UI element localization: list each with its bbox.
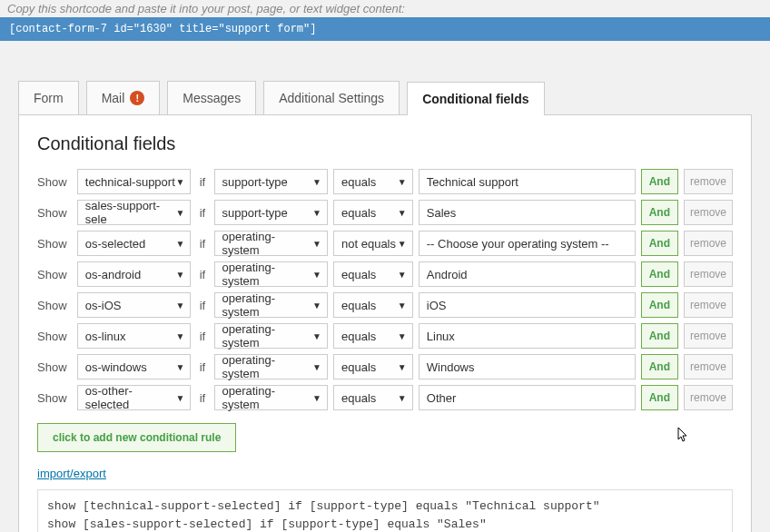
rules-code-box[interactable]: show [technical-support-selected] if [su… — [37, 489, 733, 532]
rule-row: Showtechnical-support▼ifsupport-type▼equ… — [37, 169, 733, 194]
field-select[interactable]: support-type▼ — [214, 169, 329, 194]
shortcode-bar[interactable]: [contact-form-7 id="1630" title="support… — [0, 17, 770, 41]
chevron-down-icon: ▼ — [312, 239, 321, 249]
field-select[interactable]: operating-system▼ — [214, 385, 329, 410]
remove-button[interactable]: remove — [684, 385, 733, 410]
show-label: Show — [37, 268, 72, 281]
remove-button[interactable]: remove — [684, 323, 733, 349]
import-export-link[interactable]: import/export — [37, 467, 106, 480]
tab-messages[interactable]: Messages — [167, 81, 256, 114]
operator-value: equals — [341, 175, 376, 189]
group-select[interactable]: sales-support-sele▼ — [77, 200, 192, 225]
chevron-down-icon: ▼ — [175, 393, 184, 403]
chevron-down-icon: ▼ — [175, 331, 184, 341]
rule-row: Showsales-support-sele▼ifsupport-type▼eq… — [37, 200, 733, 225]
and-button[interactable]: And — [641, 169, 678, 194]
remove-button[interactable]: remove — [684, 292, 733, 318]
chevron-down-icon: ▼ — [312, 208, 321, 218]
operator-select[interactable]: equals▼ — [333, 261, 413, 287]
and-button[interactable]: And — [641, 200, 678, 225]
tab-conditional-fields[interactable]: Conditional fields — [407, 82, 544, 115]
field-value: operating-system — [222, 230, 313, 257]
operator-value: equals — [341, 391, 376, 405]
remove-button[interactable]: remove — [684, 200, 733, 225]
and-button[interactable]: And — [641, 323, 678, 349]
show-label: Show — [37, 175, 72, 189]
field-select[interactable]: support-type▼ — [214, 200, 329, 225]
add-rule-button[interactable]: click to add new conditional rule — [37, 423, 236, 452]
chevron-down-icon: ▼ — [398, 239, 407, 249]
if-label: if — [196, 391, 208, 405]
operator-select[interactable]: equals▼ — [333, 169, 413, 194]
operator-value: equals — [341, 299, 376, 312]
field-select[interactable]: operating-system▼ — [214, 354, 329, 379]
remove-button[interactable]: remove — [684, 231, 733, 256]
operator-value: equals — [341, 360, 376, 374]
tab-mail-label: Mail — [102, 91, 125, 105]
group-select[interactable]: os-selected▼ — [77, 231, 192, 256]
group-value: os-selected — [85, 237, 145, 251]
and-button[interactable]: And — [641, 261, 678, 287]
tab-additional-settings[interactable]: Additional Settings — [263, 81, 400, 114]
and-button[interactable]: And — [641, 354, 678, 379]
show-label: Show — [37, 330, 72, 343]
value-input[interactable] — [419, 292, 636, 318]
group-value: os-android — [85, 268, 141, 281]
chevron-down-icon: ▼ — [312, 331, 321, 341]
group-value: os-other-selected — [85, 384, 176, 411]
remove-button[interactable]: remove — [684, 169, 733, 194]
show-label: Show — [37, 206, 72, 220]
value-input[interactable] — [419, 200, 636, 225]
group-value: technical-support — [85, 175, 175, 189]
operator-select[interactable]: equals▼ — [333, 354, 413, 379]
operator-select[interactable]: equals▼ — [333, 200, 413, 225]
remove-button[interactable]: remove — [684, 354, 733, 379]
group-select[interactable]: os-windows▼ — [77, 354, 192, 379]
show-label: Show — [37, 237, 72, 251]
field-value: operating-system — [222, 261, 313, 288]
group-select[interactable]: os-android▼ — [77, 261, 192, 287]
chevron-down-icon: ▼ — [175, 300, 184, 310]
value-input[interactable] — [419, 169, 636, 194]
chevron-down-icon: ▼ — [175, 208, 184, 218]
chevron-down-icon: ▼ — [175, 177, 184, 187]
field-select[interactable]: operating-system▼ — [214, 261, 329, 287]
operator-select[interactable]: equals▼ — [333, 292, 413, 318]
field-select[interactable]: operating-system▼ — [214, 231, 329, 256]
if-label: if — [196, 175, 208, 189]
operator-select[interactable]: not equals▼ — [333, 231, 413, 256]
if-label: if — [196, 299, 208, 312]
show-label: Show — [37, 299, 72, 312]
and-button[interactable]: And — [641, 231, 678, 256]
chevron-down-icon: ▼ — [312, 177, 321, 187]
tab-mail[interactable]: Mail ! — [86, 81, 161, 114]
operator-select[interactable]: equals▼ — [333, 385, 413, 410]
if-label: if — [196, 237, 208, 251]
and-button[interactable]: And — [641, 292, 678, 318]
chevron-down-icon: ▼ — [175, 239, 184, 249]
chevron-down-icon: ▼ — [175, 270, 184, 280]
group-select[interactable]: os-other-selected▼ — [77, 385, 192, 410]
group-select[interactable]: os-linux▼ — [77, 323, 192, 349]
chevron-down-icon: ▼ — [312, 393, 321, 403]
rule-row: Showos-iOS▼ifoperating-system▼equals▼And… — [37, 292, 733, 318]
group-select[interactable]: os-iOS▼ — [77, 292, 192, 318]
field-select[interactable]: operating-system▼ — [214, 323, 329, 349]
field-select[interactable]: operating-system▼ — [214, 292, 329, 318]
value-input[interactable] — [419, 354, 636, 379]
chevron-down-icon: ▼ — [398, 300, 407, 310]
value-input[interactable] — [419, 385, 636, 410]
value-input[interactable] — [419, 231, 636, 256]
remove-button[interactable]: remove — [684, 261, 733, 287]
group-select[interactable]: technical-support▼ — [77, 169, 192, 194]
show-label: Show — [37, 391, 72, 405]
chevron-down-icon: ▼ — [312, 270, 321, 280]
operator-select[interactable]: equals▼ — [333, 323, 413, 349]
value-input[interactable] — [419, 261, 636, 287]
and-button[interactable]: And — [641, 385, 678, 410]
value-input[interactable] — [419, 323, 636, 349]
chevron-down-icon: ▼ — [398, 393, 407, 403]
shortcode-hint: Copy this shortcode and paste it into yo… — [0, 0, 770, 17]
tab-form[interactable]: Form — [18, 81, 79, 114]
field-value: support-type — [222, 175, 288, 189]
